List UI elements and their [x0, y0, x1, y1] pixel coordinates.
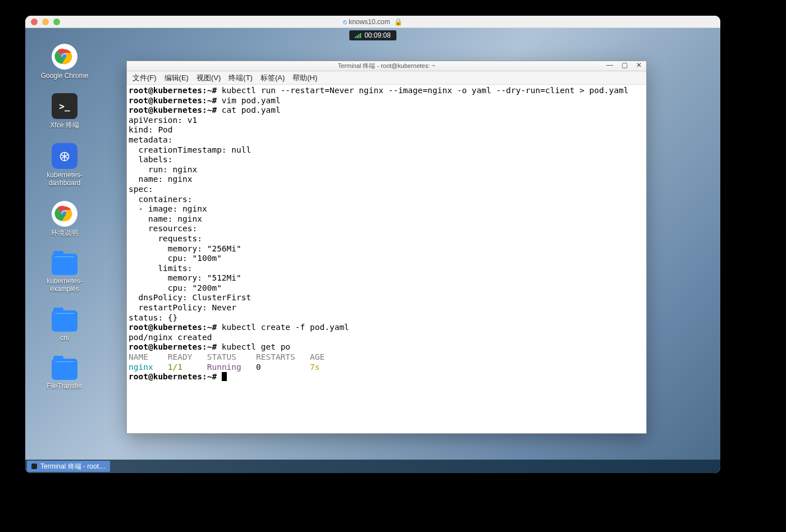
zoom-icon[interactable] — [53, 19, 60, 25]
minimize-icon[interactable] — [42, 19, 49, 25]
desktop-icon-kubernetes-examples[interactable]: kubernetes-examples — [31, 250, 98, 293]
chrome-icon — [52, 201, 77, 227]
term-icon — [52, 93, 77, 119]
svg-point-11 — [63, 155, 66, 158]
terminal-body[interactable]: root@kubernetes:~# kubectl run --restart… — [127, 85, 646, 433]
signal-icon — [355, 33, 361, 38]
desktop-icon-label: kubernetes-examples — [35, 277, 94, 293]
taskbar[interactable]: Terminal 终端 - root… — [25, 460, 720, 473]
desktop-icon-cni[interactable]: cni — [31, 307, 98, 342]
remote-desktop[interactable]: 00:09:08 Google ChromeXfce 终端kubernetes-… — [25, 28, 720, 473]
menu-item[interactable]: 编辑(E) — [164, 73, 189, 83]
window-controls — [31, 19, 60, 25]
desktop-icon-label: cni — [60, 334, 68, 342]
session-timer: 00:09:08 — [349, 30, 396, 40]
desktop-icon-google-chrome[interactable]: Google Chrome — [31, 44, 98, 80]
menu-item[interactable]: 终端(T) — [229, 73, 253, 83]
terminal-title: Terminal 终端 - root@kubernetes: ~ — [338, 62, 435, 70]
close-icon[interactable] — [31, 19, 38, 25]
chrome-icon — [52, 44, 77, 70]
terminal-titlebar[interactable]: Terminal 终端 - root@kubernetes: ~ — ▢ ✕ — [127, 61, 646, 71]
terminal-window[interactable]: Terminal 终端 - root@kubernetes: ~ — ▢ ✕ 文… — [126, 61, 647, 434]
folder-icon — [52, 310, 77, 332]
url-display: ⎋ knows10.com 🔒 — [25, 18, 720, 26]
taskbar-app-icon — [31, 464, 37, 469]
desktop-icon-label: Xfce 终端 — [50, 121, 79, 129]
maximize-button[interactable]: ▢ — [620, 61, 628, 69]
timer-value: 00:09:08 — [364, 31, 391, 39]
terminal-window-controls: — ▢ ✕ — [606, 61, 643, 69]
menu-item[interactable]: 视图(V) — [196, 73, 221, 83]
desktop-icon-label: kubernetes-dashboard — [35, 171, 94, 187]
menu-item[interactable]: 标签(A) — [261, 73, 285, 83]
site-icon: ⎋ — [343, 18, 347, 26]
desktop-icon--[interactable]: 环境说明 — [31, 201, 98, 237]
taskbar-item-terminal[interactable]: Terminal 终端 - root… — [27, 461, 110, 472]
browser-titlebar: ⎋ knows10.com 🔒 — [25, 16, 720, 28]
desktop-icon-xfce-[interactable]: Xfce 终端 — [31, 93, 98, 129]
desktop-icon-label: Google Chrome — [41, 72, 89, 80]
folder-icon — [52, 254, 77, 275]
url-text: knows10.com — [349, 18, 390, 26]
lock-icon: 🔒 — [394, 18, 403, 26]
menu-item[interactable]: 文件(F) — [132, 73, 157, 83]
k8s-icon — [52, 143, 77, 169]
desktop-icons: Google ChromeXfce 终端kubernetes-dashboard… — [31, 44, 98, 404]
taskbar-item-label: Terminal 终端 - root… — [40, 462, 106, 471]
desktop-icon-kubernetes-dashboard[interactable]: kubernetes-dashboard — [31, 143, 98, 187]
desktop-icon-label: 环境说明 — [51, 229, 78, 237]
desktop-icon-filetransfer[interactable]: FileTransfer — [31, 355, 98, 390]
desktop-icon-label: FileTransfer — [47, 382, 83, 390]
menu-item[interactable]: 帮助(H) — [293, 73, 317, 83]
close-button[interactable]: ✕ — [635, 61, 643, 69]
folder-icon — [52, 359, 77, 380]
minimize-button[interactable]: — — [606, 61, 614, 69]
terminal-menubar[interactable]: 文件(F)编辑(E)视图(V)终端(T)标签(A)帮助(H) — [127, 71, 646, 85]
browser-window: ⎋ knows10.com 🔒 00:09:08 Google ChromeXf… — [25, 16, 720, 473]
